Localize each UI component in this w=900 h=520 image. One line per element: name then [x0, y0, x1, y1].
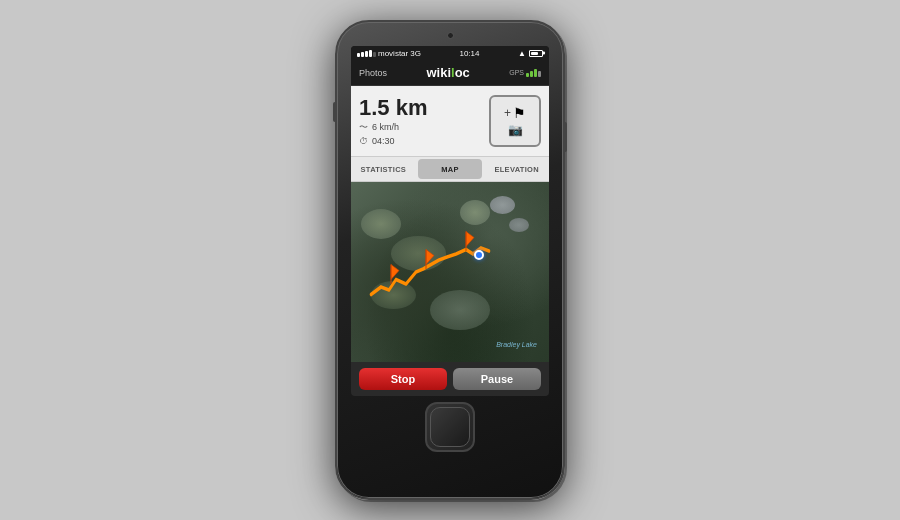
camera	[447, 32, 454, 39]
gps-label: GPS	[509, 69, 524, 76]
distance-value: 1.5 km	[359, 97, 428, 119]
photos-button[interactable]: Photos	[359, 68, 387, 78]
pause-button[interactable]: Pause	[453, 368, 541, 390]
time-display: 10:14	[459, 49, 479, 58]
phone-frame: movistar 3G 10:14 ▲ Photos wikiloc GPS	[335, 20, 565, 500]
stop-button[interactable]: Stop	[359, 368, 447, 390]
add-photo-button[interactable]: + ⚑ 📷	[489, 95, 541, 147]
signal-icon	[357, 50, 376, 57]
lake-label: Bradley Lake	[496, 341, 537, 348]
stats-left: 1.5 km 〜 6 km/h ⏱ 04:30	[359, 97, 428, 146]
app-header: Photos wikiloc GPS	[351, 60, 549, 86]
bottom-buttons: Stop Pause	[351, 362, 549, 396]
camera-icon: 📷	[508, 123, 523, 137]
home-button-inner	[430, 407, 470, 447]
svg-marker-4	[466, 232, 474, 247]
speed-row: 〜 6 km/h	[359, 121, 428, 134]
trail-path	[351, 182, 549, 362]
battery-icon	[529, 50, 543, 57]
location-icon: ▲	[518, 49, 526, 58]
svg-marker-0	[391, 265, 399, 280]
network-label: 3G	[410, 49, 421, 58]
screen: movistar 3G 10:14 ▲ Photos wikiloc GPS	[351, 46, 549, 396]
wikiloc-logo: wikiloc	[426, 65, 469, 80]
tabs-bar: STATISTICS MAP ELEVATION	[351, 156, 549, 182]
status-bar: movistar 3G 10:14 ▲	[351, 46, 549, 60]
speed-value: 6 km/h	[372, 122, 399, 132]
plus-icon: +	[504, 107, 511, 119]
power-button	[563, 122, 567, 152]
clock-icon: ⏱	[359, 136, 368, 146]
tab-map[interactable]: MAP	[418, 159, 483, 179]
home-button[interactable]	[425, 402, 475, 452]
tab-elevation[interactable]: ELEVATION	[484, 157, 549, 181]
stats-section: 1.5 km 〜 6 km/h ⏱ 04:30 + ⚑ 📷	[351, 86, 549, 156]
tab-statistics[interactable]: STATISTICS	[351, 157, 416, 181]
map-view[interactable]: Bradley Lake	[351, 182, 549, 362]
volume-button	[333, 102, 337, 122]
carrier-label: movistar	[378, 49, 408, 58]
duration-row: ⏱ 04:30	[359, 136, 428, 146]
speed-icon: 〜	[359, 121, 368, 134]
duration-value: 04:30	[372, 136, 395, 146]
gps-status: GPS	[509, 69, 541, 77]
gps-bars-icon	[526, 69, 541, 77]
flag-icon: ⚑	[513, 105, 526, 121]
phone-top	[343, 32, 557, 42]
status-right: ▲	[518, 49, 543, 58]
status-left: movistar 3G	[357, 49, 421, 58]
